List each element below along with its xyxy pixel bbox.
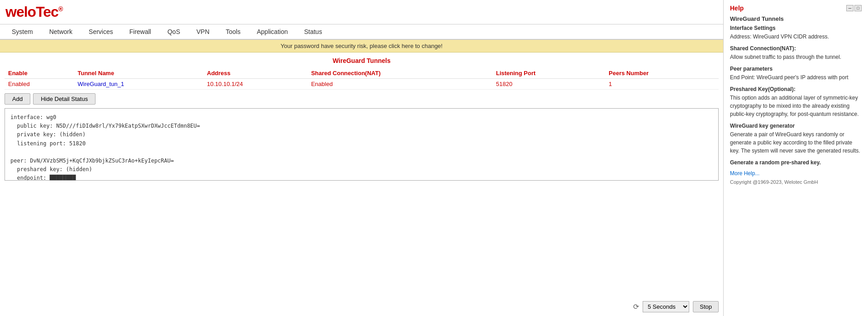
bottom-bar: ⟳ 5 Seconds 10 Seconds 30 Seconds 60 Sec… xyxy=(0,297,723,316)
nav-bar: System Network Services Firewall QoS VPN… xyxy=(0,24,723,40)
col-enable: Enable xyxy=(5,68,74,79)
warning-bar[interactable]: Your password have security risk, please… xyxy=(0,40,723,53)
help-section-interface: Interface Settings Address: WireGuard VP… xyxy=(730,25,862,41)
sidebar-subtitle: WireGuard Tunnels xyxy=(730,15,862,22)
nav-application[interactable]: Application xyxy=(248,24,296,39)
help-section-interface-text: Address: WireGuard VPN CIDR address. xyxy=(730,33,862,41)
col-port: Listening Port xyxy=(492,68,605,79)
more-help-link[interactable]: More Help... xyxy=(730,170,862,177)
sidebar-title-bar: Help ─ □ xyxy=(730,5,862,12)
help-section-keygen-text: Generate a pair of WireGuard keys random… xyxy=(730,130,862,155)
window-buttons: ─ □ xyxy=(846,5,862,11)
wireguard-table: Enable Tunnel Name Address Shared Connec… xyxy=(5,68,719,90)
cell-peers: 1 xyxy=(605,79,719,90)
cell-address: 10.10.10.1/24 xyxy=(203,79,307,90)
add-button[interactable]: Add xyxy=(5,93,30,105)
nav-vpn[interactable]: VPN xyxy=(188,24,218,39)
nav-qos[interactable]: QoS xyxy=(159,24,188,39)
help-section-preshared-gen-title: Generate a random pre-shared key. xyxy=(730,159,862,166)
logo-tec: T xyxy=(36,4,43,20)
nav-services[interactable]: Services xyxy=(81,24,121,39)
logo: weloTec® xyxy=(5,4,718,20)
help-section-keygen-title: WireGuard key generator xyxy=(730,123,862,129)
cell-tunnel-name[interactable]: WireGuard_tun_1 xyxy=(74,79,204,90)
help-section-nat: Shared Connection(NAT): Allow subnet tra… xyxy=(730,45,862,61)
refresh-icon: ⟳ xyxy=(633,302,639,311)
logo-registered: ® xyxy=(58,5,62,13)
help-section-peer-text: End Point: WireGuard peer's IP address w… xyxy=(730,73,862,81)
col-tunnel-name: Tunnel Name xyxy=(74,68,204,79)
nav-system[interactable]: System xyxy=(4,24,41,39)
logo-we2: ec xyxy=(43,4,58,20)
header: weloTec® xyxy=(0,0,723,24)
help-section-preshared-gen: Generate a random pre-shared key. xyxy=(730,159,862,166)
cell-enable: Enabled xyxy=(5,79,74,90)
help-section-peer: Peer parameters End Point: WireGuard pee… xyxy=(730,66,862,81)
help-section-keygen: WireGuard key generator Generate a pair … xyxy=(730,123,862,155)
help-sidebar: Help ─ □ WireGuard Tunnels Interface Set… xyxy=(723,0,868,316)
minimize-button[interactable]: ─ xyxy=(846,5,854,11)
copyright-text: Copyright @1969-2023, Welotec GmbH xyxy=(730,179,862,185)
table-row: Enabled WireGuard_tun_1 10.10.10.1/24 En… xyxy=(5,79,719,90)
help-section-nat-text: Allow subnet traffic to pass through the… xyxy=(730,53,862,61)
help-section-peer-title: Peer parameters xyxy=(730,66,862,72)
cell-port: 51820 xyxy=(492,79,605,90)
maximize-button[interactable]: □ xyxy=(854,5,862,11)
help-section-interface-title: Interface Settings xyxy=(730,25,862,31)
help-section-preshared-text: This option adds an additional layer of … xyxy=(730,94,862,118)
interval-select[interactable]: 5 Seconds 10 Seconds 30 Seconds 60 Secon… xyxy=(643,301,689,312)
col-shared: Shared Connection(NAT) xyxy=(307,68,492,79)
logo-we: welo xyxy=(5,4,36,20)
col-peers: Peers Number xyxy=(605,68,719,79)
page-title: WireGuard Tunnels xyxy=(5,57,719,64)
nav-status[interactable]: Status xyxy=(296,24,330,39)
help-section-preshared: Preshared Key(Optional): This option add… xyxy=(730,86,862,118)
col-address: Address xyxy=(203,68,307,79)
cell-shared: Enabled xyxy=(307,79,492,90)
page-content: WireGuard Tunnels Enable Tunnel Name Add… xyxy=(0,53,723,297)
stop-button[interactable]: Stop xyxy=(693,301,719,312)
help-section-nat-title: Shared Connection(NAT): xyxy=(730,45,862,52)
help-section-preshared-title: Preshared Key(Optional): xyxy=(730,86,862,92)
nav-tools[interactable]: Tools xyxy=(218,24,249,39)
nav-firewall[interactable]: Firewall xyxy=(121,24,159,39)
nav-network[interactable]: Network xyxy=(41,24,81,39)
hide-detail-button[interactable]: Hide Detail Status xyxy=(33,93,95,105)
action-buttons: Add Hide Detail Status xyxy=(5,93,719,105)
detail-status-box[interactable]: interface: wg0 public key: N5D///fiDIdw8… xyxy=(5,108,719,181)
sidebar-title: Help xyxy=(730,5,744,12)
